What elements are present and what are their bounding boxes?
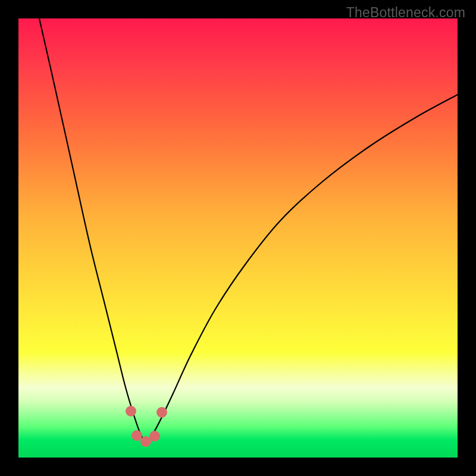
curve-line — [39, 18, 458, 443]
watermark-text: TheBottleneck.com — [346, 5, 465, 21]
trough-marker — [126, 406, 136, 416]
trough-marker — [149, 431, 160, 441]
trough-marker — [131, 430, 142, 441]
chart-svg — [18, 18, 458, 458]
marker-group — [126, 406, 167, 447]
trough-marker — [140, 436, 151, 447]
plot-area — [18, 18, 458, 458]
trough-marker — [156, 407, 167, 418]
